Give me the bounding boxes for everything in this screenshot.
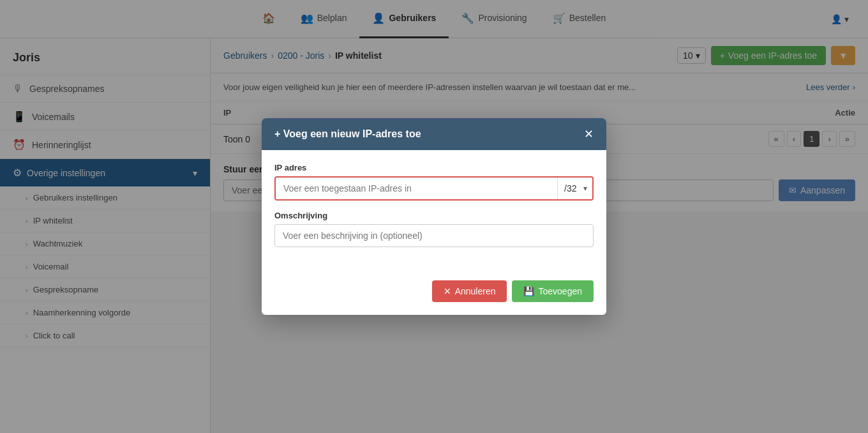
- toevoegen-button[interactable]: 💾 Toevoegen: [512, 280, 594, 302]
- modal-close-button[interactable]: ✕: [584, 128, 594, 140]
- desc-input[interactable]: [274, 224, 594, 247]
- ip-input-row: /32 /24 /16 /8: [274, 176, 594, 201]
- ip-suffix-select[interactable]: /32 /24 /16 /8: [557, 178, 592, 199]
- ip-label: IP adres: [274, 163, 594, 172]
- desc-label: Omschrijving: [274, 211, 594, 220]
- ip-suffix-wrapper: /32 /24 /16 /8: [557, 178, 592, 199]
- desc-form-group: Omschrijving: [274, 211, 594, 247]
- ip-address-input[interactable]: [276, 178, 557, 199]
- save-icon: 💾: [523, 286, 534, 296]
- modal-header: + Voeg een nieuw IP-adres toe ✕: [262, 118, 606, 150]
- annuleren-label: Annuleren: [455, 286, 496, 296]
- annuleren-button[interactable]: ✕ Annuleren: [432, 280, 507, 302]
- modal-footer: ✕ Annuleren 💾 Toevoegen: [262, 270, 606, 315]
- ip-form-group: IP adres /32 /24 /16 /8: [274, 163, 594, 201]
- toevoegen-label: Toevoegen: [538, 286, 582, 296]
- modal-title: + Voeg een nieuw IP-adres toe: [274, 128, 421, 140]
- x-icon: ✕: [444, 286, 451, 296]
- modal-dialog: + Voeg een nieuw IP-adres toe ✕ IP adres…: [262, 118, 606, 315]
- modal-overlay[interactable]: + Voeg een nieuw IP-adres toe ✕ IP adres…: [0, 0, 868, 433]
- modal-body: IP adres /32 /24 /16 /8 Omschrijving: [262, 150, 606, 270]
